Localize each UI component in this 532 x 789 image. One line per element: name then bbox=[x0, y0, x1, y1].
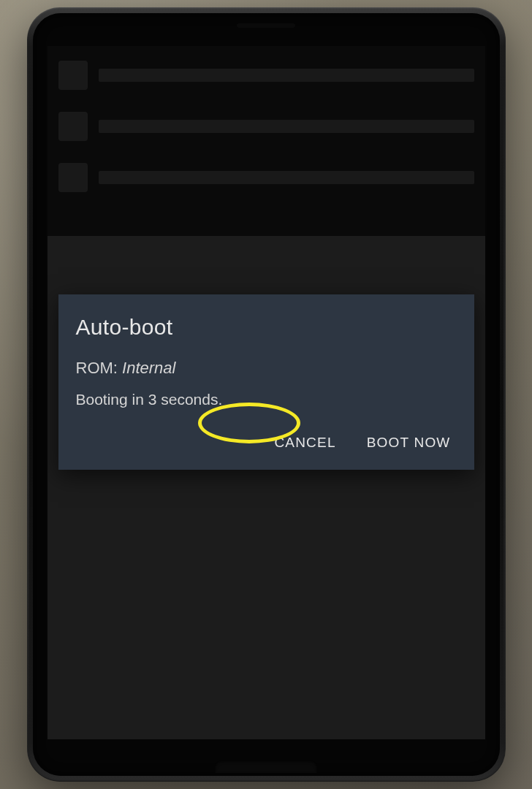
background-text bbox=[99, 69, 474, 82]
phone-device: Auto-boot ROM: Internal Booting in 3 sec… bbox=[27, 7, 506, 782]
phone-screen: Auto-boot ROM: Internal Booting in 3 sec… bbox=[48, 46, 485, 739]
cancel-button[interactable]: CANCEL bbox=[271, 429, 338, 457]
background-row bbox=[58, 112, 474, 141]
background-text bbox=[99, 120, 474, 133]
phone-bezel: Auto-boot ROM: Internal Booting in 3 sec… bbox=[33, 13, 500, 776]
background-text bbox=[99, 171, 474, 184]
dialog-rom-line: ROM: Internal bbox=[76, 359, 457, 378]
boot-now-button[interactable]: BOOT NOW bbox=[364, 429, 454, 457]
background-row bbox=[58, 163, 474, 192]
background-icon bbox=[58, 112, 88, 141]
phone-edge-right bbox=[503, 37, 506, 752]
phone-speaker bbox=[237, 23, 295, 28]
background-surface: Auto-boot ROM: Internal Booting in 3 sec… bbox=[0, 0, 532, 789]
rom-label: ROM: bbox=[76, 359, 118, 377]
dialog-button-row: CANCEL BOOT NOW bbox=[76, 429, 457, 457]
phone-home-area bbox=[215, 760, 317, 773]
phone-edge-left bbox=[27, 37, 29, 752]
dialog-title: Auto-boot bbox=[76, 315, 457, 340]
rom-value: Internal bbox=[122, 359, 175, 377]
background-icon bbox=[58, 61, 88, 90]
background-icon bbox=[58, 163, 88, 192]
autoboot-dialog: Auto-boot ROM: Internal Booting in 3 sec… bbox=[58, 294, 474, 470]
dialog-countdown-message: Booting in 3 seconds. bbox=[76, 391, 457, 408]
background-content bbox=[48, 46, 485, 229]
dimmed-background bbox=[48, 46, 485, 236]
background-row bbox=[58, 61, 474, 90]
